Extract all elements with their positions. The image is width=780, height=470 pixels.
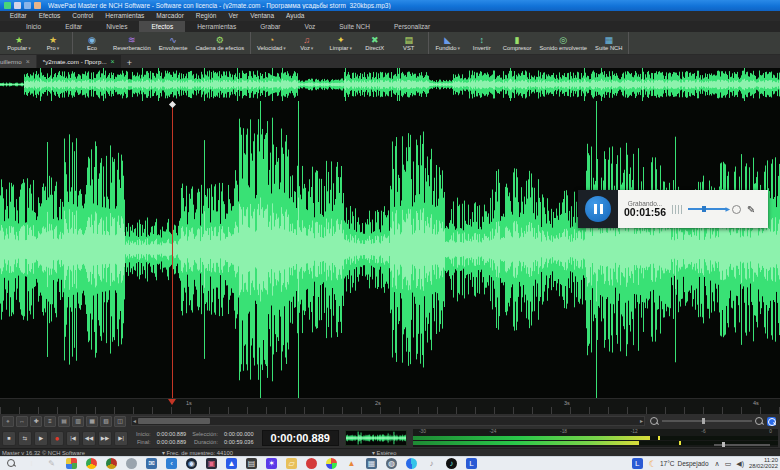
- ribbon-tab-grabar[interactable]: Grabar: [248, 21, 292, 32]
- horizontal-scrollbar[interactable]: ◂ ▸: [131, 416, 645, 426]
- opera-icon[interactable]: [306, 458, 317, 469]
- video-editor-icon[interactable]: ✶: [266, 458, 277, 469]
- menu-regi-n[interactable]: Región: [190, 11, 223, 21]
- toolbar-button-eco[interactable]: ◉Eco: [75, 32, 109, 54]
- pen-icon[interactable]: ✎: [46, 458, 57, 469]
- loop-button[interactable]: ⇆: [18, 431, 32, 446]
- go-to-start-button[interactable]: |◀: [66, 431, 80, 446]
- toolbar-button-voz[interactable]: ♫Voz▾: [290, 32, 324, 54]
- zoom-out-icon[interactable]: [650, 417, 659, 426]
- ribbon-tab-voz[interactable]: Voz: [292, 21, 327, 32]
- toolbar-button-directx[interactable]: ✖DirectX: [358, 32, 392, 54]
- ribbon-tab-inicio[interactable]: Inicio: [14, 21, 53, 32]
- dropdown-arrow-icon[interactable]: ▾: [283, 45, 286, 52]
- toolbar-button-pro[interactable]: ★Pro▾: [36, 32, 70, 54]
- undo-icon[interactable]: [24, 2, 31, 9]
- close-tab-icon[interactable]: ×: [111, 58, 115, 65]
- bookmark-tool-icon[interactable]: ▥: [72, 416, 84, 427]
- dropdown-arrow-icon[interactable]: ▾: [457, 45, 460, 52]
- ribbon-tab-niveles[interactable]: Niveles: [94, 21, 139, 32]
- tiktok-icon[interactable]: ♪: [446, 458, 457, 469]
- scrollbar-thumb[interactable]: [138, 418, 210, 424]
- edge-icon[interactable]: [406, 458, 417, 469]
- speaker-icon[interactable]: ◀): [736, 460, 744, 468]
- toolbar-button-invertir[interactable]: ↕Invertir: [465, 32, 499, 54]
- toolbar-button-cadena-de-efectos[interactable]: ⚙Cadena de efectos: [191, 32, 248, 54]
- calculator-icon[interactable]: ▦: [366, 458, 377, 469]
- ribbon-tab-efectos[interactable]: Efectos: [139, 21, 185, 32]
- menu-marcador[interactable]: Marcador: [150, 11, 189, 21]
- main-waveform[interactable]: Grabando... 00:01:56 ▶ ✎: [0, 101, 780, 398]
- stop-button[interactable]: ■: [2, 431, 16, 446]
- text-cursor-icon[interactable]: I: [26, 458, 37, 469]
- fast-forward-button[interactable]: ▶▶: [98, 431, 112, 446]
- dropdown-arrow-icon[interactable]: ▾: [28, 45, 31, 52]
- silence-tool-icon[interactable]: ◫: [114, 416, 126, 427]
- paint-app-icon[interactable]: [66, 458, 77, 469]
- film-app-icon[interactable]: ▤: [246, 458, 257, 469]
- new-tab-button[interactable]: +: [122, 59, 137, 68]
- save-icon[interactable]: [14, 2, 21, 9]
- chrome-beta-icon[interactable]: [106, 458, 117, 469]
- weather-widget[interactable]: ☾ 17°C Despejado: [649, 459, 709, 469]
- rewind-button[interactable]: ◀◀: [82, 431, 96, 446]
- toolbar-button-reverberaci-n[interactable]: ≋Reverberación: [109, 32, 155, 54]
- sphere-app-icon[interactable]: [126, 458, 137, 469]
- vlc-cone-icon[interactable]: ▲: [346, 458, 357, 469]
- record-button[interactable]: ●: [50, 431, 64, 446]
- scroll-left-arrow-icon[interactable]: ◂: [133, 417, 136, 425]
- scroll-right-arrow-icon[interactable]: ▸: [640, 417, 643, 425]
- document-tab-de-guillermo[interactable]: de guillermo×: [0, 55, 36, 68]
- timeline-ruler[interactable]: 1s 2s 3s 4s: [0, 398, 780, 414]
- sample-rate-selector[interactable]: ▾ Frec. de muestreo: 44100: [162, 450, 372, 456]
- toolbar-button-velocidad[interactable]: ◔Velocidad▾: [253, 32, 290, 54]
- menu-control[interactable]: Control: [66, 11, 99, 21]
- split-tool-icon[interactable]: ▦: [86, 416, 98, 427]
- vscode-icon[interactable]: ‹: [166, 458, 177, 469]
- obs-icon[interactable]: ◍: [386, 458, 397, 469]
- redo-icon[interactable]: [34, 2, 41, 9]
- output-volume-slider[interactable]: [714, 444, 770, 446]
- toolbar-button-suite-nch[interactable]: ▦Suite NCH: [591, 32, 626, 54]
- playhead-cursor[interactable]: [172, 101, 173, 398]
- photos-dark-icon[interactable]: ▣: [206, 458, 217, 469]
- region-tool-icon[interactable]: ▤: [58, 416, 70, 427]
- dropdown-arrow-icon[interactable]: ▾: [57, 45, 60, 52]
- menu-editar[interactable]: Editar: [4, 11, 33, 21]
- ribbon-tab-suite-nch[interactable]: Suite NCH: [327, 21, 382, 32]
- chrome-icon[interactable]: [86, 458, 97, 469]
- app-l-icon[interactable]: L: [466, 458, 477, 469]
- zoom-in-icon[interactable]: [755, 417, 764, 426]
- colorful-ball-icon[interactable]: [326, 458, 337, 469]
- select-tool-icon[interactable]: ⌖: [2, 416, 14, 427]
- file-explorer-icon[interactable]: ▱: [286, 458, 297, 469]
- recording-volume-slider[interactable]: ▶: [688, 208, 726, 210]
- overview-waveform[interactable]: [0, 68, 780, 101]
- go-to-end-button[interactable]: ▶|: [114, 431, 128, 446]
- taskbar-clock[interactable]: 11:20 28/02/2022: [749, 458, 778, 470]
- toolbar-button-compresor[interactable]: ▮Compresor: [499, 32, 536, 54]
- scrub-tool-icon[interactable]: ↔: [16, 416, 28, 427]
- document-tab-y2mate-com[interactable]: *y2mate.com - Прогр...×: [37, 55, 121, 68]
- toolbar-button-popular[interactable]: ★Popular▾: [2, 32, 36, 54]
- close-tab-icon[interactable]: ×: [26, 58, 30, 65]
- snap-tool-icon[interactable]: ≡: [44, 416, 56, 427]
- menu-herramientas[interactable]: Herramientas: [99, 11, 150, 21]
- dropdown-arrow-icon[interactable]: ▾: [349, 45, 352, 52]
- dropdown-arrow-icon[interactable]: ▾: [311, 45, 314, 52]
- search-icon[interactable]: [6, 458, 17, 469]
- menu-efectos[interactable]: Efectos: [33, 11, 67, 21]
- play-button[interactable]: ▶: [34, 431, 48, 446]
- record-options-icon[interactable]: [732, 205, 741, 214]
- marker-tool-icon[interactable]: ✚: [30, 416, 42, 427]
- playhead-ruler-marker[interactable]: [168, 399, 176, 405]
- trim-tool-icon[interactable]: ▧: [100, 416, 112, 427]
- toolbar-button-vst[interactable]: ▤VST: [392, 32, 426, 54]
- tray-expand-icon[interactable]: ∧: [715, 460, 720, 468]
- channels-selector[interactable]: ▾ Estéreo: [372, 450, 397, 456]
- steam-icon[interactable]: ◉: [186, 458, 197, 469]
- toolbar-button-fundido[interactable]: ◣Fundido▾: [431, 32, 465, 54]
- toolbar-button-envolvente[interactable]: ∿Envolvente: [155, 32, 192, 54]
- menu-ventana[interactable]: Ventana: [244, 11, 280, 21]
- toolbar-button-sonido-envolvente[interactable]: ◎Sonido envolvente: [535, 32, 591, 54]
